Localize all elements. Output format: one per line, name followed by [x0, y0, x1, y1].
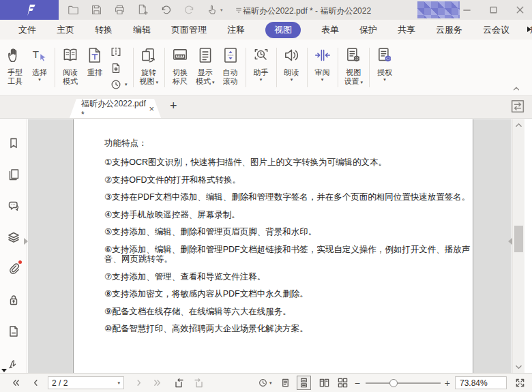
menu-home[interactable]: 主页 [57, 24, 74, 36]
minimize-button[interactable] [462, 5, 472, 15]
document-line: ②支持OFD文件的打开和格式转换。 [104, 175, 471, 185]
attachments-panel-icon[interactable] [7, 262, 20, 275]
new-document-icon[interactable] [136, 3, 149, 16]
destinations-panel-icon[interactable] [7, 325, 20, 338]
vertical-scrollbar[interactable] [512, 119, 524, 373]
menu-form[interactable]: 表单 [321, 24, 339, 36]
split-view-icon[interactable] [110, 44, 128, 59]
facing-view-button[interactable] [319, 378, 329, 388]
redo-icon[interactable] [183, 3, 196, 16]
scroll-down-icon[interactable] [515, 365, 522, 370]
close-tab-icon[interactable]: × [149, 104, 154, 113]
view-settings-icon [344, 44, 362, 66]
read-mode-button[interactable]: 阅读 模式 [58, 44, 83, 95]
zoom-out-button[interactable]: − [355, 378, 360, 389]
document-line: ⑥支持添加、编辑、删除和管理PDF文档超链接和书签，实现自定义操作，例如打开文件… [104, 245, 471, 265]
right-panel-toggle-icon[interactable] [511, 100, 524, 113]
menu-cloud-meeting[interactable]: 云会议 [483, 24, 509, 36]
fullscreen-button[interactable] [515, 378, 525, 388]
assistant-button[interactable]: 助手 ▾ [249, 44, 274, 95]
hand-tool-button[interactable]: 手型 工具 [3, 44, 27, 95]
document-tabbar: 福昕办公2022.pdf * × + [0, 96, 532, 119]
print-icon[interactable] [113, 3, 126, 16]
document-line: ①支持OCR图文识别，快速将扫描件、图片上的文字转换为可编辑的文本。 [104, 157, 471, 168]
menu-view-active[interactable]: 视图 [265, 22, 301, 38]
read-aloud-icon [283, 44, 301, 66]
ribbon-separator [276, 48, 277, 87]
main-area: 功能特点： ①支持OCR图文识别，快速将扫描件、图片上的文字转换为可编辑的文本。… [0, 119, 532, 373]
next-page-button[interactable] [134, 378, 144, 388]
review-icon [314, 44, 331, 66]
bookmarks-panel-icon[interactable] [7, 136, 20, 150]
close-button[interactable] [515, 5, 525, 15]
rotate-view-button[interactable]: 旋转 视图▾ [136, 44, 162, 95]
save-icon[interactable] [90, 3, 103, 16]
reflow-button[interactable]: 重排 [83, 44, 107, 95]
foxit-pdf-app-window: ▾ 福昕办公2022.pdf * - 福昕办公2022 文件 主页 转换 编辑 … [0, 0, 532, 392]
last-page-button[interactable] [152, 378, 162, 388]
menu-edit[interactable]: 编辑 [133, 24, 151, 36]
zoom-in-button[interactable]: + [445, 378, 450, 389]
new-tab-button[interactable]: + [170, 99, 177, 113]
dropdown-caret-icon: ▾ [156, 80, 159, 85]
page-number-input[interactable] [52, 378, 112, 388]
single-page-view-button[interactable] [280, 378, 291, 388]
hand-mode-icon[interactable]: ▾ [206, 3, 223, 16]
reading-timer-button[interactable]: ▾ [258, 378, 272, 388]
dropdown-caret-icon: ▾ [125, 82, 128, 87]
collapse-ribbon-icon[interactable] [512, 84, 521, 93]
document-tab[interactable]: 福昕办公2022.pdf * × [70, 99, 161, 118]
continuous-view-button[interactable] [297, 376, 311, 390]
menu-overflow-arrow-icon[interactable] [527, 27, 531, 32]
menu-page-management[interactable]: 页面管理 [171, 24, 207, 36]
hand-tool-icon [6, 44, 24, 66]
document-line: ⑩配备智慧打印、高效招聘两大企业场景化解决方案。 [104, 324, 471, 334]
window-title: 福昕办公2022.pdf * - 福昕办公2022 [243, 5, 371, 17]
dropdown-caret-icon: ▾ [220, 7, 223, 13]
maximize-button[interactable] [488, 5, 499, 15]
zoom-value-field[interactable]: 73.84% [455, 376, 507, 389]
display-mode-button[interactable]: 显示 模式▾ [192, 44, 218, 95]
page-preview-icon[interactable] [110, 60, 128, 76]
view-settings-button[interactable]: 视图 设置▾ [341, 44, 367, 95]
scroll-up-icon[interactable] [515, 122, 522, 127]
previous-page-button[interactable] [31, 378, 41, 388]
menu-cloud-service[interactable]: 云服务 [436, 24, 462, 36]
auto-scroll-button[interactable]: 自动 滚动 [218, 44, 243, 95]
menu-protect[interactable]: 保护 [359, 24, 377, 36]
reading-history-icon[interactable]: ▾ [110, 76, 128, 92]
layers-panel-icon[interactable] [7, 230, 20, 244]
window-controls [462, 0, 528, 20]
select-tool-button[interactable]: T 选择 ▾ [27, 44, 52, 95]
menu-convert[interactable]: 转换 [95, 24, 113, 36]
signatures-panel-icon[interactable] [7, 356, 20, 370]
comments-panel-icon[interactable] [7, 199, 20, 213]
zoom-slider[interactable] [366, 378, 441, 388]
attachments-badge-dot [18, 260, 22, 264]
scrollbar-thumb[interactable] [514, 226, 523, 252]
menu-comment[interactable]: 注释 [227, 24, 245, 36]
menu-share[interactable]: 共享 [398, 24, 415, 36]
open-file-icon[interactable] [67, 3, 80, 16]
toggle-ruler-button[interactable]: 切换 标尺 [168, 44, 192, 95]
next-view-button[interactable] [194, 378, 205, 389]
svg-text:T: T [33, 48, 39, 60]
document-line: ⑧支持添加密文，将敏感内容从PDF文档中永久删除。 [104, 289, 471, 299]
read-aloud-button[interactable]: 朗读 ▾ [280, 44, 304, 95]
document-tab-label: 福昕办公2022.pdf * [81, 98, 149, 119]
previous-view-button[interactable] [173, 378, 184, 389]
continuous-facing-view-button[interactable] [338, 378, 348, 388]
sidebar-overflow-arrow-icon[interactable] [1, 369, 7, 372]
security-panel-icon[interactable] [7, 293, 20, 307]
ribbon-mini-stack: ▾ [107, 44, 130, 95]
first-page-button[interactable] [11, 378, 21, 388]
zoom-slider-knob[interactable] [389, 379, 398, 387]
authorize-button[interactable]: 授权 ▾ [372, 44, 397, 95]
dropdown-caret-icon: ▾ [260, 77, 263, 82]
page-number-field[interactable]: ▾ [48, 376, 124, 389]
undo-icon[interactable] [160, 3, 173, 16]
menu-file[interactable]: 文件 [18, 24, 36, 36]
review-button[interactable]: 审阅 ▾ [310, 44, 335, 95]
statusbar: ▾ ▾ − [0, 373, 532, 392]
page-thumbnails-panel-icon[interactable] [7, 168, 20, 181]
